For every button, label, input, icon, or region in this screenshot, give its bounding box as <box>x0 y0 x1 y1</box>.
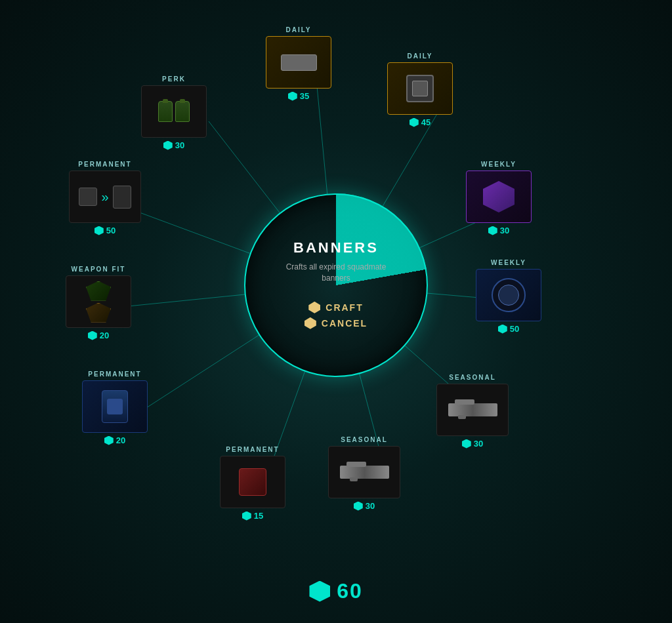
item-box-seasonal-b[interactable] <box>328 446 400 498</box>
cost-value: 35 <box>300 91 309 101</box>
cost-icon <box>462 439 471 449</box>
cost-icon <box>288 92 297 101</box>
item-permanent-lt: PERMANENT » 50 <box>69 161 141 235</box>
permanent-b-icon <box>239 468 266 496</box>
item-daily-right: DAILY 45 <box>387 52 453 127</box>
item-box-permanent-b[interactable] <box>220 456 285 508</box>
item-box-daily-top[interactable] <box>266 36 331 89</box>
item-weapon-fit: WEAPON FIT 20 <box>66 266 131 340</box>
perk-icon <box>158 101 190 122</box>
cost-value: 50 <box>106 226 116 235</box>
item-cost-permanent-b: 15 <box>242 511 263 521</box>
item-cost-permanent-lt: 50 <box>94 226 116 235</box>
cost-value: 30 <box>366 501 375 511</box>
item-cost-weapon: 20 <box>88 331 109 340</box>
item-label-weekly-rt: WEEKLY <box>481 161 516 168</box>
item-cost-seasonal-r: 30 <box>462 439 483 449</box>
cost-icon <box>163 141 173 150</box>
item-box-weekly-rt[interactable] <box>466 171 532 223</box>
craft-label: CRAFT <box>326 302 363 313</box>
item-label-permanent-b: PERMANENT <box>226 446 279 453</box>
seasonal-b-icon <box>340 466 389 479</box>
item-label-perk: PERK <box>162 75 186 83</box>
item-daily-top: DAILY 35 <box>266 26 331 101</box>
cost-icon <box>104 436 114 445</box>
craft-icon <box>308 302 320 313</box>
total-value: 60 <box>337 579 363 603</box>
item-permanent-lb: PERMANENT 20 <box>82 371 148 445</box>
item-box-perk[interactable] <box>141 85 207 138</box>
item-cost-daily-right: 45 <box>410 117 430 127</box>
cancel-button[interactable]: CANCEL <box>304 317 368 329</box>
cost-value: 30 <box>474 439 483 449</box>
item-box-weekly-rb[interactable] <box>476 269 541 321</box>
item-label-permanent-lt: PERMANENT <box>78 161 131 168</box>
cost-value: 20 <box>116 435 125 445</box>
total-display: 60 <box>309 579 363 603</box>
item-cost-daily-top: 35 <box>288 91 309 101</box>
item-box-seasonal-r[interactable] <box>436 384 509 436</box>
item-cost-weekly-rb: 50 <box>498 324 519 334</box>
permanent-lt-icon: » <box>79 186 131 209</box>
cost-icon <box>410 118 419 127</box>
item-seasonal-bottom: SEASONAL 30 <box>328 436 400 511</box>
weekly-rb-icon <box>492 278 526 312</box>
permanent-lb-icon <box>102 390 128 423</box>
game-scene: BANNERS Crafts all expired squadmate ban… <box>0 0 672 623</box>
cost-icon <box>242 512 251 521</box>
item-box-permanent-lb[interactable] <box>82 380 148 433</box>
center-description: Crafts all expired squadmate banners <box>277 262 395 284</box>
item-label-seasonal-r: SEASONAL <box>449 374 496 381</box>
item-box-daily-right[interactable] <box>387 62 453 115</box>
item-weekly-right-top: WEEKLY 30 <box>466 161 532 235</box>
cancel-icon <box>304 317 316 329</box>
item-label-weekly-rb: WEEKLY <box>491 259 526 266</box>
cancel-label: CANCEL <box>322 318 368 329</box>
item-box-permanent-lt[interactable]: » <box>69 171 141 223</box>
cost-value: 50 <box>510 324 519 334</box>
total-currency-icon <box>309 581 330 602</box>
weapon-icon <box>86 281 111 323</box>
item-box-weapon[interactable] <box>66 275 131 328</box>
item-cost-seasonal-b: 30 <box>354 501 375 511</box>
item-weekly-right-bottom: WEEKLY 50 <box>476 259 541 334</box>
cost-icon <box>354 502 363 511</box>
item-cost-weekly-rt: 30 <box>488 226 509 235</box>
cost-value: 30 <box>175 140 184 150</box>
item-permanent-bottom: PERMANENT 15 <box>220 446 285 521</box>
item-label-daily-top: DAILY <box>285 26 311 33</box>
daily-right-icon <box>406 75 434 102</box>
cost-icon <box>498 325 507 334</box>
cost-value: 20 <box>100 331 109 340</box>
cost-value: 15 <box>254 511 263 521</box>
seasonal-r-icon <box>448 403 497 416</box>
item-cost-permanent-lb: 20 <box>104 435 125 445</box>
item-label-seasonal-b: SEASONAL <box>341 436 388 443</box>
item-cost-perk: 30 <box>163 140 184 150</box>
item-label-permanent-lb: PERMANENT <box>88 371 141 378</box>
item-perk: PERK 30 <box>141 75 207 150</box>
item-label-weapon: WEAPON FIT <box>72 266 126 273</box>
cost-icon <box>488 226 497 235</box>
cost-icon <box>94 226 104 235</box>
item-seasonal-right: SEASONAL 30 <box>436 374 509 449</box>
center-panel: BANNERS Crafts all expired squadmate ban… <box>244 193 428 377</box>
craft-button[interactable]: CRAFT <box>308 302 363 313</box>
daily-top-icon <box>281 54 317 71</box>
cost-value: 30 <box>500 226 509 235</box>
center-title: BANNERS <box>293 239 379 256</box>
weekly-rt-icon <box>483 181 514 212</box>
cost-value: 45 <box>421 117 430 127</box>
item-label-daily-right: DAILY <box>407 52 432 60</box>
cost-icon <box>88 331 97 340</box>
